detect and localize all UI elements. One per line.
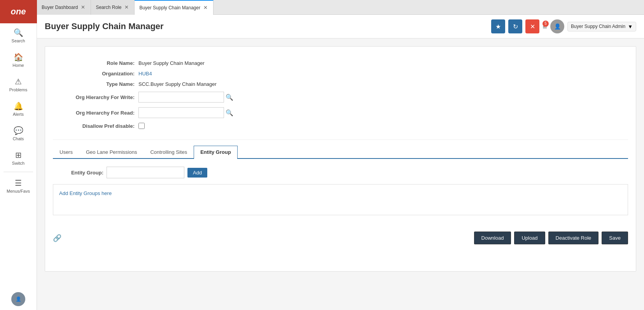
user-dropdown[interactable]: Buyer Suppy Chain Admin ▼ [567,22,636,31]
organization-label: Organization: [53,71,138,77]
disallow-pref-row: Disallow Pref disable: [53,123,628,129]
search-icon: 🔍 [14,28,23,37]
org-hierarchy-read-label: Org Hierarchy For Read: [53,110,138,116]
org-hierarchy-write-search-button[interactable]: 🔍 [226,94,233,101]
avatar-icon: 👤 [16,296,21,302]
org-hierarchy-write-label: Org Hierarchy For Write: [53,94,138,100]
role-name-label: Role Name: [53,60,138,66]
sidebar-user-avatar[interactable]: 👤 [11,292,25,306]
tab-bar: Buyer Dashboard ✕ Search Role ✕ Buyer Su… [37,0,644,15]
role-name-value: Buyer Supply Chain Manager [138,60,205,66]
sidebar-item-problems[interactable]: ⚠ Problems [0,72,37,97]
tab-geo-lane-label: Geo Lane Permissions [86,149,137,155]
type-name-row: Type Name: SCC.Buyer Supply Chain Manage… [53,81,628,87]
link-icon[interactable]: 🔗 [53,234,61,242]
main-area: Buyer Dashboard ✕ Search Role ✕ Buyer Su… [37,0,644,310]
sidebar-label-home: Home [12,63,24,68]
tab-users[interactable]: Users [53,146,79,158]
app-logo[interactable]: one [0,0,37,23]
sidebar-label-menus: Menus/Favs [7,189,30,193]
entity-group-placeholder: Add Entity Groups here [53,184,628,215]
bell-icon: 🔔 [14,101,23,111]
tab-controlling-sites-label: Controlling Sites [150,149,187,155]
entity-group-row: Entity Group: Add [53,167,628,178]
organization-row: Organization: HUB4 [53,71,628,77]
entity-group-input[interactable] [107,167,184,178]
org-hierarchy-read-row: Org Hierarchy For Read: 🔍 [53,107,628,118]
page-title: Buyer Supply Chain Manager [45,21,491,31]
tab-label-buyer-dashboard: Buyer Dashboard [42,5,78,10]
content-footer: 🔗 Download Upload Deactivate Role Save [53,227,628,249]
app-logo-text: one [10,7,26,17]
deactivate-role-button[interactable]: Deactivate Role [548,232,599,244]
tab-label-search-role: Search Role [96,5,121,10]
add-entity-group-button[interactable]: Add [187,168,207,178]
role-tabs-bar: Users Geo Lane Permissions Controlling S… [53,146,628,159]
org-hierarchy-read-input-wrap: 🔍 [138,107,233,118]
refresh-button[interactable]: ↻ [508,19,522,33]
save-button[interactable]: Save [602,232,628,244]
sidebar-label-alerts: Alerts [13,112,24,117]
org-hierarchy-write-input[interactable] [138,92,224,103]
sidebar-item-menus[interactable]: ☰ Menus/Favs [0,174,37,198]
sidebar-divider [4,172,33,172]
sidebar-item-home[interactable]: 🏠 Home [0,48,37,72]
tab-label-buyer-supply-chain-manager: Buyer Supply Chain Manager [139,5,200,10]
role-name-row: Role Name: Buyer Supply Chain Manager [53,60,628,66]
tab-controlling-sites[interactable]: Controlling Sites [144,146,194,158]
disallow-pref-label: Disallow Pref disable: [53,123,138,129]
footer-actions: Download Upload Deactivate Role Save [474,232,628,244]
user-avatar: 👤 [550,19,564,33]
content-card: Role Name: Buyer Supply Chain Manager Or… [45,46,636,272]
org-hierarchy-read-input[interactable] [138,107,224,118]
sidebar-label-switch: Switch [12,161,24,165]
download-button[interactable]: Download [474,232,511,244]
upload-button[interactable]: Upload [514,232,545,244]
user-name: Buyer Suppy Chain Admin [571,24,625,29]
sidebar-item-switch[interactable]: ⊞ Switch [0,146,37,170]
entity-group-section: Entity Group: Add Add Entity Groups here [53,159,628,223]
switch-icon: ⊞ [15,150,22,160]
sidebar-label-search: Search [12,38,25,43]
tab-geo-lane[interactable]: Geo Lane Permissions [79,146,144,158]
menu-button[interactable]: ≡ 5 [542,22,547,31]
form-section: Role Name: Buyer Supply Chain Manager Or… [53,54,628,140]
sidebar-bottom: 👤 [0,292,37,310]
tab-buyer-supply-chain-manager[interactable]: Buyer Supply Chain Manager ✕ [135,0,214,15]
home-icon: 🏠 [14,52,23,62]
tab-entity-group[interactable]: Entity Group [194,146,238,159]
notification-badge: 5 [542,21,549,27]
sidebar: one 🔍 Search 🏠 Home ⚠ Problems 🔔 Alerts … [0,0,37,310]
tab-close-buyer-supply-chain-manager[interactable]: ✕ [203,5,208,10]
header-actions: ★ ↻ ✕ ≡ 5 👤 Buyer Suppy Chain Admin ▼ [491,19,636,33]
org-hierarchy-write-row: Org Hierarchy For Write: 🔍 [53,92,628,103]
warning-icon: ⚠ [15,77,22,86]
menu-icon: ☰ [15,178,22,188]
tab-entity-group-label: Entity Group [200,149,231,155]
type-name-label: Type Name: [53,81,138,87]
tab-search-role[interactable]: Search Role ✕ [91,0,135,15]
content-area: Role Name: Buyer Supply Chain Manager Or… [37,38,644,310]
entity-group-label: Entity Group: [53,170,103,176]
page-header: Buyer Supply Chain Manager ★ ↻ ✕ ≡ 5 👤 B… [37,15,644,38]
tab-close-buyer-dashboard[interactable]: ✕ [80,4,86,10]
type-name-value: SCC.Buyer Supply Chain Manager [138,81,217,87]
sidebar-label-chats: Chats [13,136,24,141]
org-hierarchy-write-input-wrap: 🔍 [138,92,233,103]
close-button[interactable]: ✕ [525,19,539,33]
disallow-pref-checkbox[interactable] [138,123,145,129]
org-hierarchy-read-search-button[interactable]: 🔍 [226,109,233,117]
organization-value[interactable]: HUB4 [138,71,152,77]
star-button[interactable]: ★ [491,19,505,33]
chevron-down-icon: ▼ [628,24,633,30]
chat-icon: 💬 [14,126,23,135]
sidebar-item-alerts[interactable]: 🔔 Alerts [0,97,37,121]
tab-users-label: Users [60,149,73,155]
tab-close-search-role[interactable]: ✕ [124,4,130,10]
entity-placeholder-text: Add Entity Groups here [59,190,112,196]
sidebar-item-chats[interactable]: 💬 Chats [0,121,37,146]
sidebar-label-problems: Problems [9,87,27,92]
sidebar-item-search[interactable]: 🔍 Search [0,23,37,48]
tab-buyer-dashboard[interactable]: Buyer Dashboard ✕ [37,0,91,15]
